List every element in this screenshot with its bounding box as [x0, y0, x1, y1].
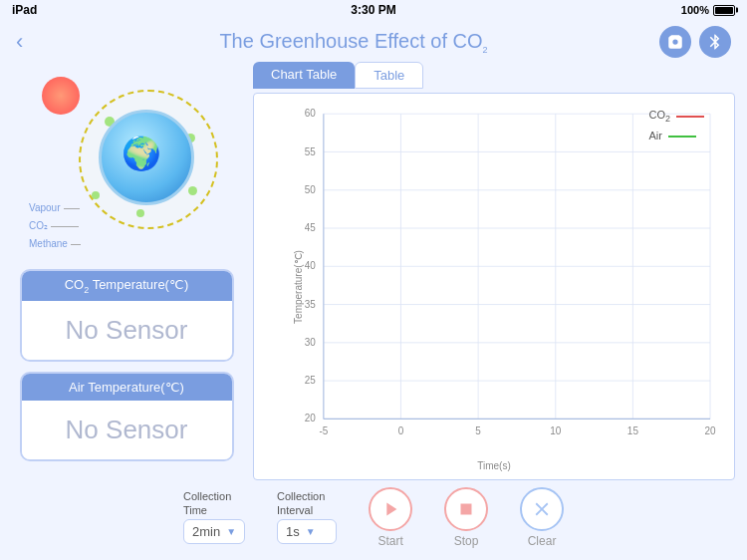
- svg-text:10: 10: [550, 425, 561, 436]
- air-sensor-header: Air Temperature(℃): [22, 374, 232, 401]
- stop-button[interactable]: Stop: [444, 487, 488, 548]
- co2-sensor-header: CO2 Temperature(℃): [22, 271, 232, 301]
- svg-text:20: 20: [705, 425, 716, 436]
- stop-icon-circle: [444, 487, 488, 531]
- tab-table[interactable]: Table: [355, 62, 423, 89]
- air-sensor-value: No Sensor: [22, 401, 232, 459]
- left-panel: 🌍 Vapour CO₂ Methane CO2 Temperature(℃) …: [12, 62, 241, 480]
- battery-label: 100%: [681, 4, 709, 16]
- gas-particle: [188, 186, 197, 195]
- earth-face: 🌍: [122, 135, 161, 172]
- chart-legend: CO2 Air: [648, 106, 704, 146]
- sun-illustration: [37, 72, 85, 120]
- svg-text:35: 35: [305, 299, 316, 310]
- x-axis-label: Time(s): [477, 460, 511, 471]
- collection-time-group: CollectionTime 2min ▼: [183, 490, 245, 543]
- co2-sensor-box: CO2 Temperature(℃) No Sensor: [20, 269, 234, 362]
- svg-text:50: 50: [305, 184, 316, 195]
- collection-interval-select[interactable]: 1s ▼: [277, 519, 337, 544]
- bottom-bar: CollectionTime 2min ▼ CollectionInterval…: [0, 480, 747, 552]
- right-panel: Chart Table Table Temperature(℃) Time(s)…: [253, 62, 735, 480]
- main-content: 🌍 Vapour CO₂ Methane CO2 Temperature(℃) …: [0, 62, 747, 480]
- air-sensor-box: Air Temperature(℃) No Sensor: [20, 372, 234, 461]
- collection-interval-group: CollectionInterval 1s ▼: [277, 490, 337, 543]
- svg-text:55: 55: [305, 145, 316, 156]
- chevron-down-icon: ▼: [226, 526, 236, 537]
- start-button[interactable]: Start: [369, 487, 412, 548]
- status-time: 3:30 PM: [72, 3, 675, 17]
- legend-co2: CO2: [648, 106, 704, 127]
- status-bar: iPad 3:30 PM 100%: [0, 0, 747, 20]
- back-button[interactable]: ‹: [16, 29, 48, 55]
- svg-text:20: 20: [305, 413, 316, 423]
- clear-label: Clear: [528, 534, 557, 548]
- earth-circle: 🌍: [99, 110, 194, 205]
- gas-particle: [136, 209, 144, 217]
- collection-time-select[interactable]: 2min ▼: [183, 519, 245, 544]
- camera-button[interactable]: [659, 26, 691, 58]
- chart-area: Temperature(℃) Time(s) CO2 Air: [253, 93, 735, 480]
- svg-text:60: 60: [305, 108, 316, 119]
- bluetooth-button[interactable]: [699, 26, 731, 58]
- start-label: Start: [377, 534, 402, 548]
- tab-chart-table[interactable]: Chart Table: [253, 62, 355, 89]
- battery-icon: [713, 5, 735, 16]
- page-title: The Greenhouse Effect of CO2: [48, 30, 659, 55]
- gas-labels: Vapour CO₂ Methane: [29, 199, 81, 253]
- svg-text:15: 15: [627, 425, 638, 436]
- gas-particle: [92, 191, 100, 199]
- svg-text:25: 25: [305, 375, 316, 386]
- svg-text:-5: -5: [319, 425, 328, 436]
- svg-text:0: 0: [398, 425, 404, 436]
- legend-air: Air: [648, 127, 704, 146]
- clear-button[interactable]: Clear: [520, 487, 564, 548]
- status-right: 100%: [675, 4, 735, 16]
- chart-svg: 60 55 50 45 40 35 30 25 20 -5 0: [294, 104, 720, 449]
- y-axis-label: Temperature(℃): [293, 250, 304, 324]
- device-label: iPad: [12, 3, 72, 17]
- stop-label: Stop: [454, 534, 479, 548]
- svg-text:40: 40: [305, 260, 316, 271]
- header: ‹ The Greenhouse Effect of CO2: [0, 20, 747, 62]
- collection-interval-label: CollectionInterval: [277, 490, 325, 516]
- header-icons: [659, 26, 731, 58]
- clear-icon-circle: [520, 487, 564, 531]
- svg-text:45: 45: [305, 222, 316, 233]
- chevron-down-icon: ▼: [306, 526, 316, 537]
- co2-sensor-value: No Sensor: [22, 301, 232, 360]
- tab-bar: Chart Table Table: [253, 62, 735, 89]
- start-icon-circle: [369, 487, 412, 531]
- collection-interval-value[interactable]: 1s ▼: [277, 519, 337, 544]
- collection-time-label: CollectionTime: [183, 490, 231, 516]
- illustration: 🌍 Vapour CO₂ Methane: [27, 62, 226, 261]
- svg-text:30: 30: [305, 337, 316, 348]
- collection-time-value[interactable]: 2min ▼: [183, 519, 245, 544]
- svg-text:5: 5: [475, 425, 481, 436]
